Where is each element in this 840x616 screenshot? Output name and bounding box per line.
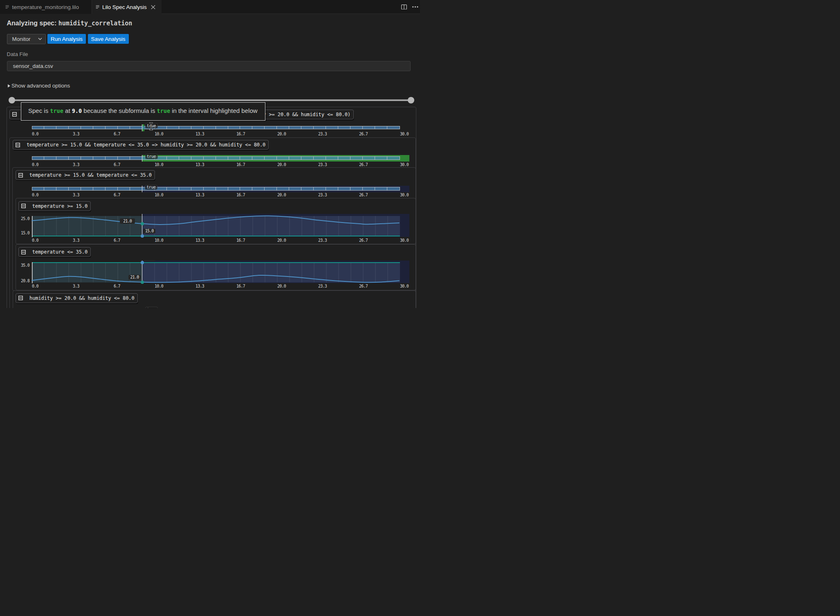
formula-text: temperature >= 15.0	[32, 203, 88, 209]
tab-label: temperature_monitoring.lilo	[12, 4, 79, 10]
collapse-icon[interactable]	[21, 250, 26, 254]
run-analysis-button[interactable]: Run Analysis	[47, 34, 86, 44]
split-editor-icon[interactable]	[401, 4, 407, 10]
more-actions-icon[interactable]	[411, 5, 419, 9]
collapse-icon[interactable]	[18, 296, 23, 300]
slider-handle-right[interactable]	[408, 97, 414, 103]
collapse-icon[interactable]	[16, 143, 20, 147]
slider-track[interactable]	[11, 99, 411, 101]
close-icon[interactable]	[150, 4, 156, 10]
spec-tooltip: Spec is true at 9.0 because the subformu…	[21, 102, 265, 121]
formula-chip-3: temperature >= 15.0 && temperature <= 35…	[16, 170, 155, 180]
data-file-input[interactable]	[7, 61, 411, 71]
page-title: Analyzing spec: humidity_correlation	[7, 20, 133, 27]
collapse-icon[interactable]	[18, 173, 23, 178]
collapsed-arrow-icon	[8, 84, 10, 88]
tooltip-text: Spec is true at 9.0 because the subformu…	[28, 107, 258, 114]
formula-text: temperature <= 35.0	[32, 249, 88, 255]
slider-handle-left[interactable]	[9, 97, 15, 103]
file-list-icon	[96, 5, 100, 9]
collapse-icon[interactable]	[12, 112, 17, 117]
tab-label: Lilo Spec Analysis	[102, 4, 147, 10]
spec-name: humidity_correlation	[58, 20, 133, 27]
formula-text: humidity >= 20.0 && humidity <= 80.0	[29, 295, 135, 301]
tab-lilo-spec-analysis[interactable]: Lilo Spec Analysis	[92, 0, 162, 14]
save-analysis-button[interactable]: Save Analysis	[88, 34, 129, 44]
formula-text: temperature >= 15.0 && temperature <= 35…	[27, 142, 265, 148]
formula-chip-4: temperature >= 15.0	[18, 201, 91, 211]
data-file-label: Data File	[7, 51, 28, 57]
tab-temperature-monitoring[interactable]: temperature_monitoring.lilo	[0, 0, 92, 14]
formula-text: temperature >= 15.0 && temperature <= 35…	[29, 172, 152, 178]
ibeam-mouse-cursor	[149, 122, 153, 130]
tab-bar: temperature_monitoring.lilo Lilo Spec An…	[0, 0, 420, 14]
file-list-icon	[5, 5, 10, 9]
formula-chip-2: temperature >= 15.0 && temperature <= 35…	[13, 140, 269, 150]
collapse-icon[interactable]	[21, 204, 26, 208]
formula-chip-6: humidity >= 20.0 && humidity <= 80.0	[16, 293, 138, 303]
mode-select[interactable]: Monitor	[7, 34, 46, 44]
show-advanced-options[interactable]: Show advanced options	[8, 83, 70, 89]
formula-chip-5: temperature <= 35.0	[18, 247, 91, 257]
chevron-down-icon	[38, 38, 42, 40]
